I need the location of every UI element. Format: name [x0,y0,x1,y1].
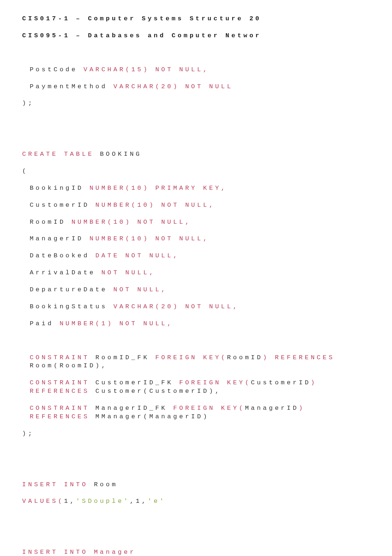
kw-foreign-key: FOREIGN KEY( [155,354,227,361]
col-roomid: RoomID [30,219,71,226]
not-null: NOT NULL, [113,286,167,293]
col-datebooked: DateBooked [30,252,95,259]
col-bookingid: BookingID [30,185,89,192]
num-literal: 1, [64,498,76,505]
ref-customer: Customer(CustomerID), [96,388,221,395]
header-line-2: CIS095-1 – Databases and Computer Networ [22,32,370,40]
kw-insert-into: INSERT INTO [22,481,94,488]
type-varchar: VARCHAR(15) NOT NULL, [83,66,209,73]
col-arrivaldate: ArrivalDate [30,269,101,276]
table-booking: BOOKING [100,151,142,158]
ref-room: Room(RoomID), [30,362,107,369]
col-departuredate: DepartureDate [30,286,113,293]
close-paren: ); [22,100,34,107]
constraint-managerid-fk: ManagerID_FK [96,405,173,412]
kw-constraint: CONSTRAINT [30,354,95,361]
kw-insert-into-manager: INSERT INTO Manager [22,549,136,556]
str-literal: 'SDouple' [76,498,130,505]
kw-foreign-key: FOREIGN KEY( [173,405,245,412]
col-managerid: ManagerID [30,235,89,242]
type-number-pk: NUMBER(10) PRIMARY KEY, [89,185,227,192]
fk-col: ManagerID [245,405,299,412]
num-literal: 1, [136,498,148,505]
col-customerid: CustomerID [30,202,95,209]
type-number: NUMBER(1) NOT NULL, [59,320,173,327]
constraint-customerid-fk: CustomerID_FK [96,379,179,386]
type-varchar: VARCHAR(20) NOT NULL [113,83,233,90]
kw-constraint: CONSTRAINT [30,379,95,386]
col-paid: Paid [30,320,59,327]
type-number: NUMBER(10) NOT NULL, [72,219,191,226]
kw-create-table: CREATE TABLE [22,151,100,158]
comma: , [130,498,136,505]
fk-col: CustomerID [251,379,311,386]
open-paren: ( [22,168,28,175]
ref-manager: MManager(ManagerID) [96,413,209,420]
kw-references: ) REFERENCES [263,354,341,361]
table-room: Room [94,481,118,488]
type-varchar: VARCHAR(20) NOT NULL, [113,303,239,310]
type-number: NUMBER(10) NOT NULL, [96,202,215,209]
type-date: DATE NOT NULL, [96,252,179,259]
col-bookingstatus: BookingStatus [30,303,113,310]
kw-foreign-key: FOREIGN KEY( [179,379,251,386]
kw-constraint: CONSTRAINT [30,405,95,412]
not-null: NOT NULL, [102,269,155,276]
close-paren: ); [22,430,34,437]
col-paymentmethod: PaymentMethod [30,83,113,90]
kw-values: VALUES( [22,498,64,505]
fk-col: RoomID [227,354,263,361]
str-literal: 'e' [148,498,166,505]
col-postcode: PostCode [30,66,83,73]
constraint-roomid-fk: RoomID_FK [96,354,155,361]
type-number: NUMBER(10) NOT NULL, [89,235,209,242]
header-line-1: CIS017-1 – Computer Systems Structure 20 [22,15,370,23]
